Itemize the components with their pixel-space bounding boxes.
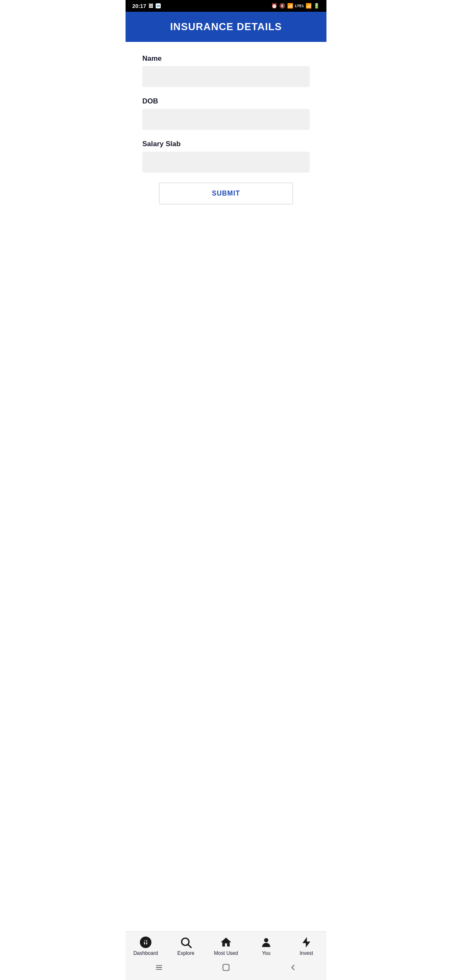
submit-btn-container: SUBMIT [142,183,310,204]
invest-icon [300,936,313,949]
time-display: 20:17 [132,3,146,9]
salary-slab-field-group: Salary Slab [142,140,310,173]
form-content: Name DOB Salary Slab SUBMIT [126,42,326,572]
content-spacer [126,572,326,931]
nav-label-invest: Invest [300,950,313,956]
name-field-group: Name [142,54,310,87]
dob-input[interactable] [142,109,310,130]
name-input[interactable] [142,66,310,87]
nav-label-you: You [262,950,270,956]
nav-item-invest[interactable]: Invest [286,936,326,956]
salary-slab-input[interactable] [142,152,310,173]
submit-button[interactable]: SUBMIT [159,183,293,204]
svg-point-1 [145,941,146,943]
nav-label-most-used: Most Used [214,950,238,956]
most-used-icon [220,936,232,949]
system-nav [126,959,326,980]
dashboard-icon [139,936,152,949]
nav-item-dashboard[interactable]: Dashboard [126,936,166,956]
nav-label-explore: Explore [177,950,195,956]
back-button[interactable] [288,963,298,974]
page-header: INSURANCE DETAILS [126,12,326,42]
linkedin-icon: in [156,3,161,8]
mute-icon: 🔇 [279,3,285,9]
battery-icon: 🔋 [313,3,320,9]
signal-icon: 📶 [306,3,312,9]
name-label: Name [142,54,310,63]
status-bar: 20:17 🖼 in ⏰ 🔇 📶 LTE1 📶 🔋 [126,0,326,12]
status-icons: ⏰ 🔇 📶 LTE1 📶 🔋 [271,3,320,9]
svg-point-4 [264,938,268,942]
photo-icon: 🖼 [149,3,153,8]
dob-label: DOB [142,97,310,106]
alarm-icon: ⏰ [271,3,277,9]
lte-icon: LTE1 [295,4,304,8]
status-time: 20:17 🖼 in [132,3,161,9]
nav-item-you[interactable]: You [246,936,286,956]
page-title: INSURANCE DETAILS [134,21,318,33]
nav-item-explore[interactable]: Explore [166,936,206,956]
explore-icon [180,936,192,949]
bottom-nav: Dashboard Explore Most Used You Invest [126,931,326,959]
wifi-icon: 📶 [287,3,293,9]
svg-marker-5 [303,937,311,948]
salary-slab-label: Salary Slab [142,140,310,148]
menu-button[interactable] [154,963,164,974]
home-button[interactable] [221,963,231,974]
nav-item-most-used[interactable]: Most Used [206,936,246,956]
nav-label-dashboard: Dashboard [134,950,158,956]
svg-line-3 [188,945,191,948]
you-icon [260,936,272,949]
dob-field-group: DOB [142,97,310,130]
svg-rect-9 [223,965,229,971]
